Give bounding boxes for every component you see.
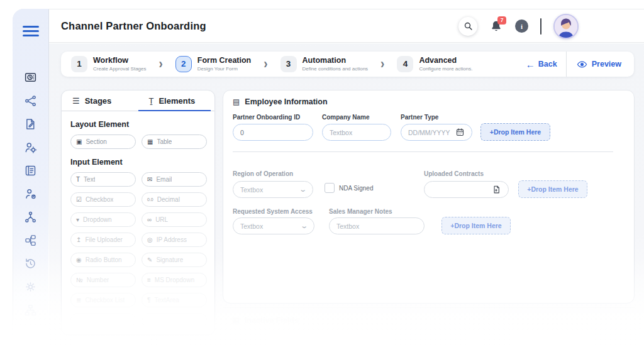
region-select[interactable]: ⌄ (233, 181, 313, 198)
element-pill-faded[interactable] (70, 313, 136, 327)
decimal-icon: 0.0 (147, 197, 153, 202)
main-area: 1 Workflow Create Approval Stages › 2 Fo… (49, 43, 644, 362)
element-pill-textarea[interactable]: ¶ TextArea (142, 293, 207, 307)
partner-type-label: Partner Type (401, 114, 438, 121)
tab-stages[interactable]: ☰ Stages (62, 90, 138, 111)
step-label: Automation (303, 56, 369, 66)
section-header-employee-information[interactable]: ▤ Employee Information (233, 97, 328, 106)
element-pill-decimal[interactable]: 0.0 Decimal (142, 192, 207, 207)
integrations-icon[interactable] (24, 233, 38, 247)
company-name-field[interactable] (322, 124, 391, 141)
step-desc: Design Your Form (197, 66, 251, 72)
element-pill-text[interactable]: T Text (70, 172, 136, 187)
step-form-creation[interactable]: 2 Form Creation Design Your Form (175, 56, 251, 72)
step-automation[interactable]: 3 Automation Define conditions and actio… (280, 56, 369, 72)
partner-type-date-field[interactable] (401, 124, 472, 141)
calendar-icon[interactable] (455, 128, 465, 137)
section-icon: ▣ (76, 139, 82, 145)
url-icon: ∞ (147, 217, 152, 223)
manager-notes-field[interactable] (329, 217, 425, 234)
search-button[interactable] (458, 17, 477, 36)
element-pill-ip-address[interactable]: ◎ IP Address (142, 233, 207, 247)
avatar-illustration (555, 15, 577, 38)
element-pill-file-uploader[interactable]: ↥ File Uploader (70, 233, 136, 247)
nda-signed-label: NDA Signed (339, 185, 373, 192)
checkbox-list-icon: ≣ (76, 297, 81, 304)
text-icon: T (76, 177, 80, 183)
element-pill-checkbox[interactable]: ☑ Checkbox (70, 192, 136, 207)
chevron-right-icon: › (380, 56, 384, 72)
eye-icon (577, 59, 587, 70)
sidebar-nav (13, 70, 48, 317)
step-advanced[interactable]: 4 Advanced Configure more actions. (397, 56, 472, 72)
element-pill-checkbox-list[interactable]: ≣ Checkbox List (70, 293, 136, 307)
text-element-icon: Ṯ (149, 96, 154, 106)
records-icon[interactable] (24, 163, 38, 177)
number-icon: № (76, 277, 83, 283)
element-pill-dropdown[interactable]: ▾ Dropdown (70, 212, 136, 227)
inactive-fields-section[interactable]: ▤ Inactive Fields (223, 307, 635, 332)
table-icon: ▦ (147, 139, 153, 145)
stepper-bar: 1 Workflow Create Approval Stages › 2 Fo… (61, 52, 634, 77)
drop-zone-1[interactable]: +Drop Item Here (480, 123, 550, 141)
element-pill-signature[interactable]: ✎ Signature (142, 253, 207, 267)
element-pill-url[interactable]: ∞ URL (142, 212, 207, 227)
dropdown-icon: ▾ (76, 217, 79, 223)
tab-elements[interactable]: Ṯ Elements (138, 90, 215, 111)
back-button[interactable]: ← Back (517, 59, 566, 70)
user-roles-icon[interactable] (24, 187, 38, 200)
file-upload-icon[interactable] (492, 185, 501, 194)
notifications-button[interactable]: 7 (489, 19, 503, 34)
header-divider (540, 18, 541, 35)
email-icon: ✉ (147, 177, 152, 183)
element-pill-ms-dropdown[interactable]: ≡ MS Dropdown (142, 273, 207, 287)
stages-icon: ☰ (72, 96, 80, 106)
history-icon[interactable] (24, 256, 38, 270)
approval-stages-icon[interactable] (24, 94, 38, 107)
nda-signed-checkbox[interactable] (325, 183, 335, 193)
element-pill-number[interactable]: № Number (70, 273, 136, 287)
element-pill-radio-button[interactable]: ◉ Radio Button (70, 253, 136, 267)
header-actions: 7 i (458, 9, 579, 43)
chevron-down-icon: ⌄ (300, 222, 308, 230)
input-element-heading: Input Element (70, 158, 214, 167)
inactive-fields-title: Inactive Fields (245, 316, 299, 325)
company-name-label: Company Name (322, 114, 370, 121)
contracts-file-field[interactable] (424, 181, 509, 198)
element-pill-section[interactable]: ▣ Section (70, 134, 136, 149)
page-title: Channel Partner Onboarding (61, 20, 206, 32)
settings-icon[interactable] (24, 280, 38, 293)
partner-id-field[interactable] (233, 124, 313, 141)
form-canvas: ▤ Employee Information Partner Onboardin… (223, 90, 635, 304)
dashboard-icon[interactable] (24, 70, 38, 84)
preview-button[interactable]: Preview (567, 59, 634, 70)
share-nodes-icon[interactable] (24, 210, 38, 224)
system-access-label: Requested System Access (233, 208, 313, 215)
hamburger-menu-icon[interactable] (23, 26, 39, 36)
chevron-right-icon: › (264, 56, 267, 72)
element-pill-email[interactable]: ✉ Email (142, 172, 207, 187)
step-desc: Configure more actions. (419, 66, 472, 72)
chevron-down-icon: ⌄ (299, 185, 307, 194)
form-builder-icon[interactable] (24, 117, 38, 131)
user-config-icon[interactable] (24, 140, 38, 154)
info-button[interactable]: i (515, 19, 528, 33)
drop-zone-2[interactable]: +Drop Item Here (518, 180, 587, 198)
step-workflow[interactable]: 1 Workflow Create Approval Stages (71, 56, 147, 72)
step-label: Advanced (419, 56, 472, 66)
section-title: Employee Information (245, 97, 327, 106)
ms-dropdown-icon: ≡ (147, 277, 151, 283)
back-arrow-icon: ← (526, 59, 535, 70)
chevron-right-icon: › (159, 56, 163, 72)
element-pill-faded[interactable] (142, 313, 207, 327)
region-label: Region of Operation (233, 170, 293, 177)
element-palette-panel: ☰ Stages Ṯ Elements Layout Element ▣ Sec… (61, 90, 215, 335)
drop-zone-3[interactable]: +Drop Item Here (441, 217, 511, 234)
org-chart-icon[interactable] (24, 303, 38, 317)
element-pill-table[interactable]: ▦ Table (142, 134, 207, 149)
row-divider (233, 151, 613, 152)
layout-element-heading: Layout Element (70, 120, 214, 129)
system-access-select[interactable]: ⌄ (233, 217, 314, 234)
palette-tabs: ☰ Stages Ṯ Elements (62, 90, 214, 111)
user-avatar[interactable] (553, 14, 579, 39)
